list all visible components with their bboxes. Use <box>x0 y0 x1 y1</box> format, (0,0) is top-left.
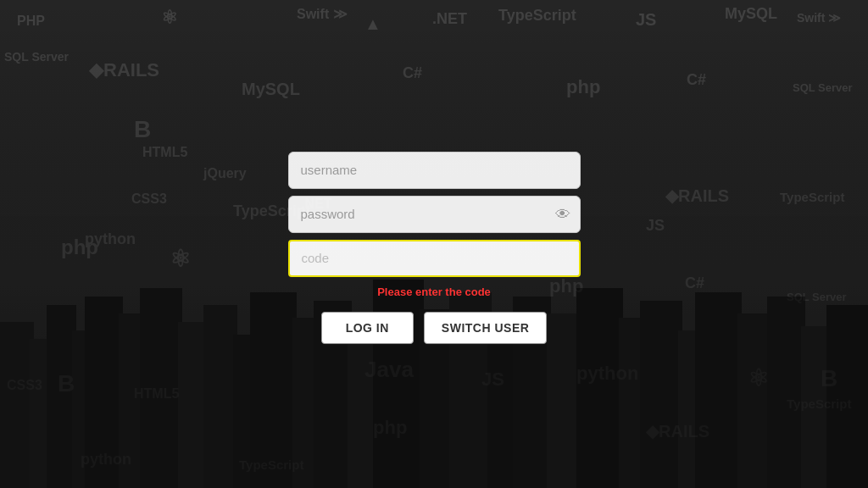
password-input[interactable] <box>288 196 581 233</box>
svg-rect-72 <box>767 297 805 488</box>
svg-rect-52 <box>140 288 182 488</box>
svg-rect-50 <box>85 297 123 488</box>
login-button[interactable]: LOG IN <box>321 312 414 344</box>
svg-rect-54 <box>203 305 237 488</box>
svg-rect-48 <box>47 305 76 488</box>
svg-rect-53 <box>178 322 208 488</box>
login-form: 👁 Please enter the code LOG IN SWITCH US… <box>281 152 587 344</box>
show-password-icon[interactable]: 👁 <box>555 206 570 224</box>
username-input[interactable] <box>288 152 581 189</box>
button-row: LOG IN SWITCH USER <box>321 312 548 344</box>
svg-rect-74 <box>826 305 868 488</box>
switch-user-button[interactable]: SWITCH USER <box>424 312 548 344</box>
svg-rect-71 <box>737 313 771 488</box>
code-input[interactable] <box>288 240 581 277</box>
svg-rect-46 <box>0 322 34 488</box>
svg-rect-59 <box>348 326 377 488</box>
svg-rect-68 <box>640 301 682 488</box>
svg-rect-63 <box>487 322 517 488</box>
svg-rect-70 <box>695 292 742 488</box>
error-message: Please enter the code <box>377 286 491 298</box>
password-wrapper: 👁 <box>288 196 581 233</box>
svg-rect-73 <box>801 326 831 488</box>
